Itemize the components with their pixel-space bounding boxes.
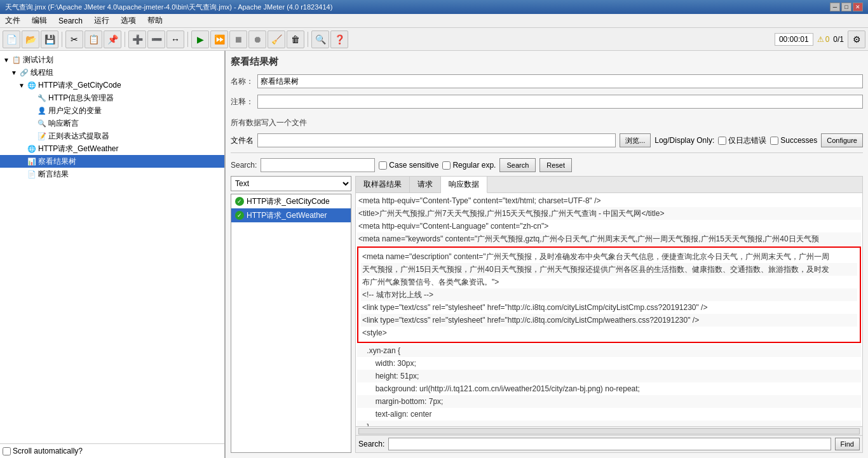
toggle-thread-group[interactable]: ▼ bbox=[10, 69, 18, 76]
regular-exp-text: Regular exp. bbox=[452, 161, 496, 170]
find-button[interactable]: Find bbox=[835, 438, 860, 450]
toolbar-right: 00:00:01 ⚠ 0 0/1 ⚙ bbox=[775, 30, 865, 48]
tree-item-view-results-tree[interactable]: 📊 察看结果树 bbox=[0, 155, 224, 168]
toggle-assertion-result bbox=[18, 170, 25, 178]
scroll-auto-checkbox[interactable] bbox=[3, 447, 11, 455]
close-button[interactable]: ✕ bbox=[853, 3, 863, 11]
code-line-6: width: 30px; bbox=[357, 357, 861, 370]
code-line-1: <meta http-equiv="Content-Type" content=… bbox=[357, 194, 861, 207]
open-button[interactable]: 📂 bbox=[22, 30, 39, 48]
tree-item-test-plan[interactable]: ▼ 📋 测试计划 bbox=[0, 53, 224, 66]
menu-run[interactable]: 运行 bbox=[92, 14, 112, 27]
tab-sampler-result[interactable]: 取样器结果 bbox=[356, 177, 410, 192]
type-select[interactable]: Text RegExp Tester CSS/JQuery Tester XPa… bbox=[231, 176, 351, 191]
toggle-test-plan[interactable]: ▼ bbox=[3, 56, 10, 64]
scroll-auto-checkbox-label[interactable]: Scroll automatically? bbox=[3, 447, 83, 455]
code-line-8: background: url(http://i.tq121.com.cn/i/… bbox=[357, 382, 861, 395]
tree-item-regex[interactable]: 📝 正则表达式提取器 bbox=[0, 130, 224, 142]
cut-button[interactable]: ✂ bbox=[65, 30, 83, 48]
add-button[interactable]: ➕ bbox=[128, 30, 146, 48]
tab-bar: 取样器结果 请求 响应数据 bbox=[356, 177, 862, 193]
remote-button[interactable]: ⚙ bbox=[848, 30, 865, 48]
menu-file[interactable]: 文件 bbox=[3, 14, 23, 27]
start-no-pause-button[interactable]: ⏩ bbox=[210, 30, 228, 48]
code-line-5: .xyn-zan { bbox=[357, 344, 861, 357]
new-button[interactable]: 📄 bbox=[3, 30, 20, 48]
label-http-get-city: HTTP请求_GetCityCode bbox=[38, 80, 121, 91]
save-button[interactable]: 💾 bbox=[41, 30, 58, 48]
icon-test-plan: 📋 bbox=[11, 55, 22, 65]
remove-button[interactable]: ➖ bbox=[147, 30, 165, 48]
code-line-4: <meta name="keywords" content="广州天气预报,gz… bbox=[357, 232, 861, 245]
toggle-assertion bbox=[28, 119, 36, 127]
regular-exp-checkbox[interactable] bbox=[442, 161, 451, 170]
tree-item-assertion[interactable]: 🔍 响应断言 bbox=[0, 117, 224, 130]
menu-bar: 文件 编辑 Search 运行 选项 帮助 bbox=[0, 14, 868, 28]
start-button[interactable]: ▶ bbox=[191, 30, 209, 48]
case-sensitive-checkbox[interactable] bbox=[379, 161, 387, 170]
reset-button[interactable]: Reset bbox=[539, 158, 572, 172]
search-input[interactable] bbox=[261, 158, 375, 172]
result-label-1: HTTP请求_GetCityCode bbox=[247, 196, 330, 207]
tree-item-thread-group[interactable]: ▼ 🔗 线程组 bbox=[0, 66, 224, 79]
counter-display: 0/1 bbox=[833, 35, 844, 44]
paste-button[interactable]: 📌 bbox=[104, 30, 121, 48]
browse-button[interactable]: 浏览... bbox=[620, 133, 651, 147]
toggle-user-vars bbox=[28, 107, 36, 114]
result-icon-1: ✓ bbox=[235, 197, 244, 206]
icon-http-get-city: 🌐 bbox=[27, 80, 37, 90]
tree-item-assertion-result[interactable]: 📄 断言结果 bbox=[0, 168, 224, 180]
separator-1 bbox=[62, 32, 62, 47]
tree-item-http-get-weather[interactable]: 🌐 HTTP请求_GetWeather bbox=[0, 142, 224, 155]
hl-line-3: 布广州气象预警信号、各类气象资讯。"> bbox=[361, 276, 857, 288]
help-toolbar[interactable]: ❓ bbox=[330, 30, 348, 48]
label-view-results-tree: 察看结果树 bbox=[38, 156, 76, 167]
separator-3 bbox=[187, 32, 188, 47]
title-bar: 天气查询.jmx (F:\Apache JMeter 4.0\apache-jm… bbox=[0, 0, 868, 14]
minimize-button[interactable]: ─ bbox=[830, 3, 840, 11]
clear-all-button[interactable]: 🗑 bbox=[287, 30, 304, 48]
configure-button[interactable]: Configure bbox=[821, 133, 863, 147]
warn-icon: ⚠ bbox=[817, 35, 824, 44]
menu-edit[interactable]: 编辑 bbox=[29, 14, 50, 27]
content-area: Text RegExp Tester CSS/JQuery Tester XPa… bbox=[231, 176, 863, 453]
tree-item-http-header[interactable]: 🔧 HTTP信息头管理器 bbox=[0, 91, 224, 104]
result-item-1[interactable]: ✓ HTTP请求_GetCityCode bbox=[231, 194, 351, 208]
hl-line-5: <link type="text/css" rel="stylesheet" h… bbox=[361, 301, 857, 314]
result-item-2[interactable]: ✓ HTTP请求_GetWeather bbox=[231, 208, 351, 222]
file-input[interactable] bbox=[257, 133, 616, 147]
title-text: 天气查询.jmx (F:\Apache JMeter 4.0\apache-jm… bbox=[5, 3, 332, 12]
bottom-search-input[interactable] bbox=[388, 438, 831, 450]
copy-button[interactable]: 📋 bbox=[85, 30, 102, 48]
search-button[interactable]: Search bbox=[499, 158, 536, 172]
left-panel: ▼ 📋 测试计划 ▼ 🔗 线程组 ▼ 🌐 HTTP请求_GetCityCode … bbox=[0, 51, 226, 458]
tab-request[interactable]: 请求 bbox=[410, 177, 441, 192]
hscroll-track[interactable] bbox=[358, 428, 860, 434]
clear-button[interactable]: 🧹 bbox=[268, 30, 285, 48]
toggle-http-get-city[interactable]: ▼ bbox=[18, 81, 25, 89]
name-input[interactable] bbox=[257, 74, 863, 88]
menu-help[interactable]: 帮助 bbox=[145, 14, 165, 27]
tree-item-http-get-city[interactable]: ▼ 🌐 HTTP请求_GetCityCode bbox=[0, 79, 224, 91]
errors-checkbox[interactable] bbox=[718, 137, 726, 145]
horizontal-scrollbar[interactable] bbox=[356, 426, 862, 435]
comment-input[interactable] bbox=[257, 95, 863, 109]
restore-button[interactable]: □ bbox=[841, 3, 851, 11]
tree-item-user-vars[interactable]: 👤 用户定义的变量 bbox=[0, 104, 224, 117]
result-icon-2: ✓ bbox=[235, 211, 244, 220]
case-sensitive-label[interactable]: Case sensitive bbox=[379, 161, 438, 170]
regular-exp-label[interactable]: Regular exp. bbox=[442, 161, 496, 170]
tab-response-data[interactable]: 响应数据 bbox=[441, 177, 487, 193]
successes-checkbox[interactable] bbox=[770, 137, 778, 145]
search-in-toolbar[interactable]: 🔍 bbox=[311, 30, 329, 48]
file-row: 文件名 浏览... Log/Display Only: 仅日志错误 Succes… bbox=[231, 133, 863, 147]
menu-search[interactable]: Search bbox=[56, 15, 85, 27]
stop-button[interactable]: ⏹ bbox=[229, 30, 247, 48]
successes-checkbox-label[interactable]: Successes bbox=[770, 136, 817, 145]
expand-button[interactable]: ↔ bbox=[166, 30, 184, 48]
menu-options[interactable]: 选项 bbox=[118, 14, 139, 27]
label-http-header: HTTP信息头管理器 bbox=[48, 93, 114, 104]
errors-checkbox-label[interactable]: 仅日志错误 bbox=[718, 135, 766, 146]
shutdown-button[interactable]: ⏺ bbox=[248, 30, 266, 48]
scroll-auto-label: Scroll automatically? bbox=[13, 447, 83, 455]
